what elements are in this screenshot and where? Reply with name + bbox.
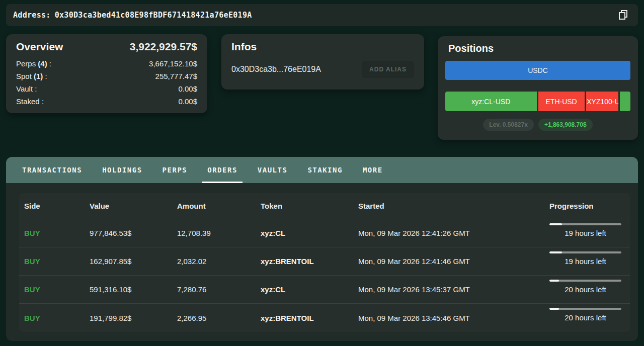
order-value: 977,846.53$: [90, 229, 177, 237]
order-progression: 19 hours left: [549, 219, 621, 237]
overview-row-label: Vault :: [16, 82, 37, 95]
order-row[interactable]: BUY977,846.53$12,708.39xyz:CLMon, 09 Mar…: [19, 219, 630, 247]
overview-card: Overview 3,922,929.57$ Perps (4) :3,667,…: [6, 34, 207, 113]
overview-row-spot: Spot (1) :255,777.47$: [16, 70, 197, 82]
order-value: 191,799.82$: [90, 314, 177, 322]
pnl-badge: +1,863,908.70$: [538, 119, 593, 131]
position-segment-xyz-cl-usd[interactable]: xyz:CL-USD: [445, 92, 537, 111]
order-started: Mon, 09 Mar 2026 12:41:26 GMT: [358, 229, 549, 237]
overview-row-label: Spot (1) :: [16, 70, 47, 82]
position-segment-small-3[interactable]: [620, 92, 630, 111]
tab-transactions[interactable]: TRANSACTIONS: [12, 157, 92, 183]
order-row[interactable]: BUY591,316.10$7,280.76xyz:CLMon, 09 Mar …: [19, 276, 630, 304]
table-header-row: SideValueAmountTokenStartedProgression: [19, 193, 630, 219]
order-side: BUY: [24, 229, 90, 237]
order-token: xyz:BRENTOIL: [261, 314, 358, 322]
order-started: Mon, 09 Mar 2026 13:45:37 GMT: [358, 285, 549, 294]
tab-perps[interactable]: PERPS: [152, 157, 198, 183]
tab-more[interactable]: MORE: [353, 157, 393, 183]
tab-bar: TRANSACTIONSHOLDINGSPERPSORDERSVAULTSSTA…: [6, 157, 638, 183]
order-value: 591,316.10$: [90, 285, 177, 294]
infos-title: Infos: [231, 41, 414, 53]
overview-total-value: 3,922,929.57$: [130, 41, 197, 53]
tab-vaults[interactable]: VAULTS: [248, 157, 298, 183]
order-started: Mon, 09 Mar 2026 12:41:46 GMT: [358, 257, 549, 266]
progress-bar-track: [549, 251, 621, 253]
order-token: xyz:CL: [261, 285, 358, 294]
column-header-started: Started: [358, 202, 549, 210]
order-side: BUY: [24, 257, 90, 266]
tab-orders[interactable]: ORDERS: [197, 157, 248, 183]
positions-card: Positions USDC xyz:CL-USDETH-USD:XYZ100-…: [438, 36, 638, 140]
column-header-progression: Progression: [549, 202, 630, 210]
overview-row-label: Staked :: [16, 95, 44, 108]
order-value: 162,907.85$: [90, 257, 177, 266]
overview-row-value: 0.00$: [178, 95, 197, 108]
leverage-badge: Lev. 0.50827x: [483, 119, 534, 131]
add-alias-button[interactable]: ADD ALIAS: [362, 61, 414, 78]
order-token: xyz:CL: [261, 229, 358, 237]
wallet-address: 0x30D3ca3bed41c08E98fBDF671418421a76eE01…: [55, 11, 252, 20]
overview-row-value: 0.00$: [178, 82, 197, 95]
overview-row-staked: Staked :0.00$: [16, 95, 197, 108]
progress-bar-track: [549, 308, 621, 310]
progress-bar-fill: [549, 251, 562, 253]
overview-row-value: 255,777.47$: [155, 70, 197, 82]
positions-segments-bar: xyz:CL-USDETH-USD:XYZ100-U: [445, 92, 630, 111]
order-side: BUY: [24, 314, 90, 322]
overview-row-vault: Vault :0.00$: [16, 82, 197, 95]
position-segment-xyz100-u[interactable]: :XYZ100-U: [586, 92, 619, 111]
copy-address-button[interactable]: [616, 8, 631, 23]
tab-staking[interactable]: STAKING: [297, 157, 353, 183]
order-side: BUY: [24, 285, 90, 294]
time-left-label: 20 hours left: [549, 285, 621, 294]
overview-row-perps: Perps (4) :3,667,152.10$: [16, 57, 197, 70]
positions-title: Positions: [448, 43, 630, 54]
order-progression: 20 hours left: [549, 304, 621, 322]
time-left-label: 19 hours left: [549, 257, 621, 266]
column-header-token: Token: [261, 202, 358, 210]
address-label: Address:: [13, 11, 51, 20]
copy-icon: [618, 9, 629, 22]
order-row[interactable]: BUY162,907.85$2,032.02xyz:BRENTOILMon, 0…: [19, 247, 630, 276]
time-left-label: 19 hours left: [549, 229, 621, 237]
order-progression: 19 hours left: [549, 247, 621, 266]
tab-holdings[interactable]: HOLDINGS: [92, 157, 152, 183]
order-amount: 12,708.39: [177, 229, 261, 237]
position-bar-usdc[interactable]: USDC: [445, 61, 630, 80]
time-left-label: 20 hours left: [549, 313, 621, 322]
order-row[interactable]: BUY191,799.82$2,266.95xyz:BRENTOILMon, 0…: [19, 304, 630, 332]
order-token: xyz:BRENTOIL: [261, 257, 358, 266]
progress-bar-fill: [549, 308, 559, 310]
order-amount: 2,032.02: [177, 257, 261, 266]
column-header-amount: Amount: [177, 202, 261, 210]
overview-row-value: 3,667,152.10$: [149, 57, 197, 70]
order-started: Mon, 09 Mar 2026 13:45:46 GMT: [358, 314, 549, 322]
order-progression: 20 hours left: [549, 276, 621, 294]
address-bar: Address: 0x30D3ca3bed41c08E98fBDF6714184…: [6, 4, 638, 26]
order-amount: 7,280.76: [177, 285, 261, 294]
overview-title: Overview: [16, 41, 63, 53]
progress-bar-fill: [549, 223, 562, 225]
progress-bar-fill: [549, 280, 559, 282]
progress-bar-track: [549, 223, 621, 225]
orders-table: SideValueAmountTokenStartedProgression B…: [19, 193, 630, 332]
overview-row-label: Perps (4) :: [16, 57, 51, 70]
short-address: 0x30D3ca3b...76eE019A: [231, 65, 321, 74]
order-amount: 2,266.95: [177, 314, 261, 322]
column-header-value: Value: [90, 202, 177, 210]
main-panel: TRANSACTIONSHOLDINGSPERPSORDERSVAULTSSTA…: [6, 157, 638, 341]
column-header-side: Side: [24, 202, 90, 210]
progress-bar-track: [549, 280, 621, 282]
overview-stats-list: Perps (4) :3,667,152.10$Spot (1) :255,77…: [16, 57, 197, 108]
infos-card: Infos 0x30D3ca3b...76eE019A ADD ALIAS: [221, 34, 424, 90]
position-segment-eth-usd[interactable]: ETH-USD: [538, 92, 585, 111]
